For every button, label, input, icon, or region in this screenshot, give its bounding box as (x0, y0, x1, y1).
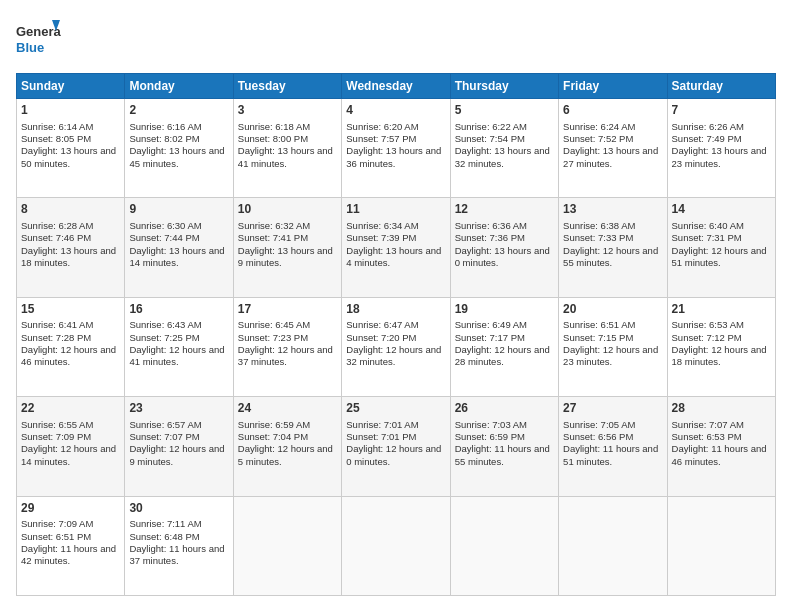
sunset-text: Sunset: 8:00 PM (238, 133, 308, 144)
calendar-cell: 3Sunrise: 6:18 AMSunset: 8:00 PMDaylight… (233, 99, 341, 198)
daylight-text: Daylight: 13 hours and 4 minutes. (346, 245, 441, 268)
day-number: 8 (21, 202, 120, 218)
day-number: 19 (455, 302, 554, 318)
sunset-text: Sunset: 7:09 PM (21, 431, 91, 442)
sunset-text: Sunset: 7:23 PM (238, 332, 308, 343)
sunrise-text: Sunrise: 6:28 AM (21, 220, 93, 231)
calendar-cell: 21Sunrise: 6:53 AMSunset: 7:12 PMDayligh… (667, 297, 775, 396)
daylight-text: Daylight: 12 hours and 9 minutes. (129, 443, 224, 466)
calendar-cell: 6Sunrise: 6:24 AMSunset: 7:52 PMDaylight… (559, 99, 667, 198)
daylight-text: Daylight: 13 hours and 50 minutes. (21, 145, 116, 168)
day-number: 2 (129, 103, 228, 119)
sunset-text: Sunset: 7:39 PM (346, 232, 416, 243)
daylight-text: Daylight: 12 hours and 41 minutes. (129, 344, 224, 367)
day-number: 27 (563, 401, 662, 417)
day-number: 12 (455, 202, 554, 218)
day-number: 9 (129, 202, 228, 218)
sunset-text: Sunset: 8:05 PM (21, 133, 91, 144)
calendar-cell: 14Sunrise: 6:40 AMSunset: 7:31 PMDayligh… (667, 198, 775, 297)
day-number: 16 (129, 302, 228, 318)
daylight-text: Daylight: 13 hours and 45 minutes. (129, 145, 224, 168)
col-header-sunday: Sunday (17, 74, 125, 99)
daylight-text: Daylight: 13 hours and 9 minutes. (238, 245, 333, 268)
sunset-text: Sunset: 6:53 PM (672, 431, 742, 442)
header: General Blue (16, 16, 776, 61)
sunrise-text: Sunrise: 6:20 AM (346, 121, 418, 132)
calendar-cell: 15Sunrise: 6:41 AMSunset: 7:28 PMDayligh… (17, 297, 125, 396)
sunrise-text: Sunrise: 6:38 AM (563, 220, 635, 231)
sunset-text: Sunset: 7:12 PM (672, 332, 742, 343)
daylight-text: Daylight: 12 hours and 0 minutes. (346, 443, 441, 466)
sunrise-text: Sunrise: 6:57 AM (129, 419, 201, 430)
sunset-text: Sunset: 7:44 PM (129, 232, 199, 243)
sunrise-text: Sunrise: 7:09 AM (21, 518, 93, 529)
calendar-cell: 9Sunrise: 6:30 AMSunset: 7:44 PMDaylight… (125, 198, 233, 297)
sunrise-text: Sunrise: 7:07 AM (672, 419, 744, 430)
calendar-cell: 25Sunrise: 7:01 AMSunset: 7:01 PMDayligh… (342, 397, 450, 496)
calendar-cell: 27Sunrise: 7:05 AMSunset: 6:56 PMDayligh… (559, 397, 667, 496)
daylight-text: Daylight: 12 hours and 37 minutes. (238, 344, 333, 367)
sunrise-text: Sunrise: 7:01 AM (346, 419, 418, 430)
calendar-cell: 26Sunrise: 7:03 AMSunset: 6:59 PMDayligh… (450, 397, 558, 496)
calendar-cell: 23Sunrise: 6:57 AMSunset: 7:07 PMDayligh… (125, 397, 233, 496)
col-header-monday: Monday (125, 74, 233, 99)
calendar-cell: 11Sunrise: 6:34 AMSunset: 7:39 PMDayligh… (342, 198, 450, 297)
sunrise-text: Sunrise: 6:55 AM (21, 419, 93, 430)
week-row-4: 22Sunrise: 6:55 AMSunset: 7:09 PMDayligh… (17, 397, 776, 496)
daylight-text: Daylight: 12 hours and 51 minutes. (672, 245, 767, 268)
sunrise-text: Sunrise: 6:16 AM (129, 121, 201, 132)
sunrise-text: Sunrise: 6:32 AM (238, 220, 310, 231)
col-header-thursday: Thursday (450, 74, 558, 99)
sunset-text: Sunset: 7:33 PM (563, 232, 633, 243)
daylight-text: Daylight: 11 hours and 55 minutes. (455, 443, 550, 466)
sunrise-text: Sunrise: 6:34 AM (346, 220, 418, 231)
day-number: 18 (346, 302, 445, 318)
day-number: 17 (238, 302, 337, 318)
sunset-text: Sunset: 7:36 PM (455, 232, 525, 243)
day-number: 3 (238, 103, 337, 119)
daylight-text: Daylight: 12 hours and 18 minutes. (672, 344, 767, 367)
sunrise-text: Sunrise: 6:41 AM (21, 319, 93, 330)
sunset-text: Sunset: 7:52 PM (563, 133, 633, 144)
sunrise-text: Sunrise: 6:59 AM (238, 419, 310, 430)
logo-svg: General Blue (16, 16, 61, 61)
svg-text:General: General (16, 24, 61, 39)
svg-text:Blue: Blue (16, 40, 44, 55)
sunset-text: Sunset: 7:01 PM (346, 431, 416, 442)
sunrise-text: Sunrise: 6:49 AM (455, 319, 527, 330)
col-header-wednesday: Wednesday (342, 74, 450, 99)
calendar-cell: 5Sunrise: 6:22 AMSunset: 7:54 PMDaylight… (450, 99, 558, 198)
sunrise-text: Sunrise: 6:22 AM (455, 121, 527, 132)
sunrise-text: Sunrise: 6:43 AM (129, 319, 201, 330)
sunrise-text: Sunrise: 7:11 AM (129, 518, 201, 529)
calendar-cell: 20Sunrise: 6:51 AMSunset: 7:15 PMDayligh… (559, 297, 667, 396)
logo: General Blue (16, 16, 61, 61)
calendar-cell: 12Sunrise: 6:36 AMSunset: 7:36 PMDayligh… (450, 198, 558, 297)
sunset-text: Sunset: 6:59 PM (455, 431, 525, 442)
daylight-text: Daylight: 13 hours and 14 minutes. (129, 245, 224, 268)
daylight-text: Daylight: 12 hours and 46 minutes. (21, 344, 116, 367)
day-number: 14 (672, 202, 771, 218)
sunset-text: Sunset: 7:17 PM (455, 332, 525, 343)
day-number: 1 (21, 103, 120, 119)
daylight-text: Daylight: 11 hours and 37 minutes. (129, 543, 224, 566)
day-number: 11 (346, 202, 445, 218)
daylight-text: Daylight: 13 hours and 23 minutes. (672, 145, 767, 168)
sunset-text: Sunset: 7:28 PM (21, 332, 91, 343)
daylight-text: Daylight: 11 hours and 51 minutes. (563, 443, 658, 466)
calendar-cell: 29Sunrise: 7:09 AMSunset: 6:51 PMDayligh… (17, 496, 125, 595)
calendar-cell (667, 496, 775, 595)
day-number: 21 (672, 302, 771, 318)
sunrise-text: Sunrise: 6:40 AM (672, 220, 744, 231)
sunrise-text: Sunrise: 6:45 AM (238, 319, 310, 330)
daylight-text: Daylight: 12 hours and 55 minutes. (563, 245, 658, 268)
daylight-text: Daylight: 12 hours and 5 minutes. (238, 443, 333, 466)
daylight-text: Daylight: 13 hours and 0 minutes. (455, 245, 550, 268)
calendar-cell: 16Sunrise: 6:43 AMSunset: 7:25 PMDayligh… (125, 297, 233, 396)
calendar-cell: 30Sunrise: 7:11 AMSunset: 6:48 PMDayligh… (125, 496, 233, 595)
page: General Blue SundayMondayTuesdayWednesda… (0, 0, 792, 612)
sunset-text: Sunset: 7:25 PM (129, 332, 199, 343)
sunset-text: Sunset: 6:48 PM (129, 531, 199, 542)
header-row: SundayMondayTuesdayWednesdayThursdayFrid… (17, 74, 776, 99)
sunset-text: Sunset: 7:49 PM (672, 133, 742, 144)
